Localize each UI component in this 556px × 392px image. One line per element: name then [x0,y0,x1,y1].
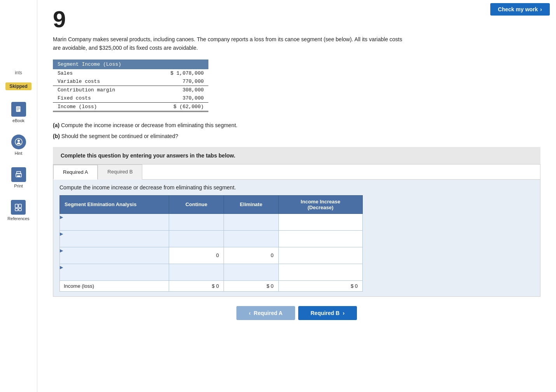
row2-label-input[interactable] [60,236,169,247]
svg-rect-11 [19,204,21,208]
eliminate-value: 0 [271,283,273,289]
row1-eliminate-input[interactable] [224,217,278,227]
tabs-container: Required A Required B Compute the income… [53,164,540,297]
table-row: Variable costs 770,000 [53,77,208,86]
sales-label: Sales [53,69,148,77]
tabs-header: Required A Required B [53,164,540,180]
sidebar-item-ebook[interactable]: eBook [11,102,26,123]
sidebar-item-print[interactable]: Print [11,167,26,188]
complete-box-text: Complete this question by entering your … [61,152,235,159]
hint-label: Hint [15,151,23,156]
row1-continue-input[interactable] [169,217,224,227]
tab-required-b[interactable]: Required B [98,164,142,180]
row3-continue-value: 0 [169,247,224,264]
ebook-label: eBook [12,118,24,123]
row2-continue-input[interactable] [169,233,224,244]
row3-label-input[interactable] [60,253,169,264]
table-row: Income (loss) $ (62,000) [53,102,208,111]
row2-continue-cell[interactable] [169,230,224,247]
income-value: 0 [355,283,358,289]
check-my-work-label: Check my work [498,6,538,12]
fixed-costs-value: 370,000 [148,94,208,103]
income-loss-value: $ (62,000) [148,102,208,111]
question-number: 9 [53,8,540,31]
svg-rect-10 [15,204,18,208]
prev-button[interactable]: ‹ Required A [236,306,295,320]
variable-costs-value: 770,000 [148,77,208,86]
table-row: Contribution margin 308,000 [53,86,208,94]
row2-eliminate-cell[interactable] [224,230,278,247]
row4-income-cell [278,264,362,280]
print-label: Print [14,184,23,188]
main-content: 9 Marin Company makes several products, … [37,0,556,392]
contribution-margin-label: Contribution margin [53,86,148,94]
table-row: ▶ [60,264,363,280]
row2-income-cell [278,230,362,247]
tab-content: Compute the income increase or decrease … [53,180,540,296]
hint-icon [11,135,26,149]
references-icon [11,200,26,215]
income-loss-eliminate-cell: $ 0 [224,280,278,291]
row1-income-cell [278,214,362,230]
analysis-table: Segment Elimination Analysis Continue El… [59,195,363,292]
table-row: ▶ [60,214,363,230]
contribution-margin-value: 308,000 [148,86,208,94]
financial-table-header: Segment Income (Loss) [53,60,208,69]
col-header-income: Income Increase(Decrease) [278,195,362,214]
part-a-text: Compute the income increase or decrease … [61,122,238,128]
references-label: References [7,216,29,221]
next-button[interactable]: Required B › [298,306,357,320]
continue-dollar: $ [212,283,216,289]
svg-rect-13 [19,208,21,211]
variable-costs-label: Variable costs [53,77,148,86]
row3-eliminate-value: 0 [224,247,278,264]
table-row: ▶ 0 0 [60,247,363,264]
next-label: Required B [311,310,340,316]
check-chevron-icon: › [540,6,542,12]
financial-table: Segment Income (Loss) Sales $ 1,078,000 … [53,60,208,112]
arrow-icon-3: ▶ [60,248,63,253]
row3-label-cell[interactable]: ▶ [60,247,169,264]
income-loss-label-final: Income (loss) [60,280,169,291]
income-loss-label: Income (loss) [53,102,148,111]
row1-eliminate-cell[interactable] [224,214,278,230]
continue-value: 0 [216,283,219,289]
row4-continue-input[interactable] [169,267,224,277]
row4-eliminate-input[interactable] [224,267,278,277]
part-a-bold: (a) [53,122,59,128]
sidebar-item-hint[interactable]: Hint [11,135,26,156]
question-text: Marin Company makes several products, in… [53,35,403,52]
print-icon [11,167,26,182]
income-loss-continue-cell: $ 0 [169,280,224,291]
complete-box: Complete this question by entering your … [53,147,540,164]
arrow-icon-2: ▶ [60,231,63,236]
row4-label-input[interactable] [60,270,169,280]
col-header-analysis: Segment Elimination Analysis [60,195,169,214]
income-loss-income-cell: $ 0 [278,280,362,291]
table-row: ▶ [60,230,363,247]
row4-continue-cell[interactable] [169,264,224,280]
skipped-badge: Skipped [5,82,31,90]
row1-label-cell[interactable]: ▶ [60,214,169,230]
svg-rect-12 [15,208,18,211]
arrow-icon-1: ▶ [60,215,63,219]
income-loss-row: Income (loss) $ 0 $ 0 $ 0 [60,280,363,291]
row4-label-cell[interactable]: ▶ [60,264,169,280]
sales-value: $ 1,078,000 [148,69,208,77]
row4-eliminate-cell[interactable] [224,264,278,280]
row1-label-input[interactable] [60,220,169,230]
row1-continue-cell[interactable] [169,214,224,230]
row2-eliminate-input[interactable] [224,233,278,244]
sidebar-item-references[interactable]: References [7,200,29,221]
prev-chevron-icon: ‹ [249,310,251,316]
part-b-text: Should the segment be continued or elimi… [61,133,178,139]
part-b-bold: (b) [53,133,60,139]
fixed-costs-label: Fixed costs [53,94,148,103]
arrow-icon-4: ▶ [60,265,63,270]
tab-required-a[interactable]: Required A [53,164,98,180]
table-row: Fixed costs 370,000 [53,94,208,103]
tab-required-b-label: Required B [107,169,133,175]
check-my-work-button[interactable]: Check my work › [490,3,550,16]
row2-label-cell[interactable]: ▶ [60,230,169,247]
next-chevron-icon: › [343,310,344,316]
